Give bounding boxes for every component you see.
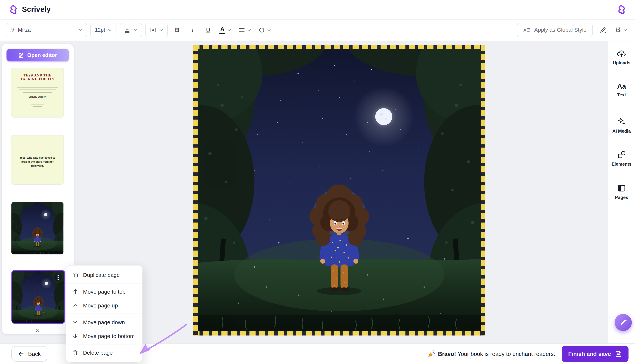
menu-item-delete-page[interactable]: Delete page (66, 346, 142, 360)
status-bold: Bravo! (438, 350, 456, 357)
shape-style-button[interactable] (257, 23, 273, 37)
text-color-button[interactable]: A (218, 23, 233, 37)
open-editor-label: Open editor (27, 52, 57, 58)
menu-item-move-page-to-top[interactable]: Move page to top (66, 284, 142, 298)
chevron-up-icon (72, 302, 79, 308)
underline-button[interactable]: U (202, 23, 214, 37)
menu-item-move-page-up[interactable]: Move page up (66, 298, 142, 312)
font-family-select[interactable]: ℱ Mirza (6, 23, 87, 37)
page-context-menu: Duplicate page Move page to top Move pag… (66, 265, 143, 362)
tools-sidebar: Uploads Aa Text AI Media Elements Pages (608, 41, 635, 344)
bold-button[interactable]: B (171, 23, 183, 37)
apply-global-style-button[interactable]: A Apply as Global Style (517, 23, 593, 37)
magic-pen-icon (619, 318, 627, 326)
page-thumbnail-3-selected[interactable] (12, 270, 65, 324)
status-text: Your book is ready to enchant readers. (457, 350, 555, 357)
magic-edit-button[interactable] (615, 314, 632, 331)
brand: Scrively (8, 4, 51, 15)
tool-uploads[interactable]: Uploads (608, 50, 635, 65)
page-illustration (198, 49, 481, 331)
page-2-image (12, 202, 64, 254)
chevron-down-icon (108, 28, 112, 32)
trash-icon (72, 349, 79, 356)
formatting-toolbar: ℱ Mirza 12pt A A B I U (0, 19, 635, 41)
menu-item-move-page-to-bottom[interactable]: Move page to bottom (66, 329, 142, 343)
line-height-select[interactable]: A (120, 23, 142, 37)
text-icon: Aa (617, 83, 626, 90)
arrow-up-icon (72, 288, 79, 295)
pages-sidebar: Open editor TESS AND THE TALKING FIREFLY… (2, 44, 74, 334)
page-thumbnail-2[interactable] (12, 202, 64, 254)
book-title-text: TESS AND THE TALKING FIREFLY (12, 74, 64, 81)
letter-spacing-icon: A (150, 27, 156, 33)
checker-border-bottom (193, 331, 485, 336)
arrow-left-icon (18, 350, 24, 357)
chevron-down-icon (72, 319, 79, 325)
page-thumbnail-1[interactable]: Tess, who was five, loved to look at the… (12, 136, 64, 184)
tool-text[interactable]: Aa Text (608, 83, 635, 97)
settings-button[interactable]: ⚙ (613, 23, 629, 37)
ink-brush-button[interactable] (597, 23, 609, 37)
text-align-button[interactable] (236, 23, 253, 37)
gear-icon: ⚙ (615, 26, 621, 34)
back-button[interactable]: Back (12, 346, 47, 362)
tool-pages[interactable]: Pages (608, 184, 635, 200)
chevron-down-icon (247, 28, 251, 32)
kebab-menu-icon (57, 274, 59, 280)
pages-icon (617, 184, 626, 192)
checker-border-top (193, 45, 485, 49)
menu-item-duplicate-page[interactable]: Duplicate page (66, 268, 142, 282)
global-style-icon: A (523, 27, 531, 33)
menu-divider (66, 283, 142, 284)
scrively-mark-icon (616, 4, 627, 15)
chevron-down-icon (79, 28, 83, 32)
text-color-icon: A (220, 26, 225, 34)
italic-button[interactable]: I (187, 23, 199, 37)
support-text: Scrively Support (12, 96, 64, 98)
chevron-down-icon (267, 28, 271, 32)
title-footer-lines (16, 105, 59, 107)
title-paragraph-lines (16, 86, 59, 93)
apply-global-style-label: Apply as Global Style (534, 27, 586, 33)
page-caption: 3 (12, 328, 64, 334)
menu-divider (66, 314, 142, 314)
svg-text:A: A (524, 28, 527, 32)
circle-icon (259, 27, 265, 33)
font-style-icon: ℱ (10, 26, 15, 34)
scrively-logo-icon (8, 4, 19, 15)
party-popper-emoji (428, 350, 435, 358)
save-icon (615, 350, 622, 357)
tool-elements[interactable]: Elements (608, 150, 635, 166)
page-options-button[interactable] (54, 273, 62, 281)
chevron-down-icon (623, 28, 627, 32)
letter-lines-icon: A (124, 27, 131, 33)
page-1-text: Tess, who was five, loved to look at the… (12, 136, 64, 168)
menu-divider (66, 344, 142, 344)
sparkles-icon (617, 117, 626, 126)
status-message: Bravo! Your book is ready to enchant rea… (428, 350, 555, 358)
checker-border-right (481, 45, 485, 336)
font-size-select[interactable]: 12pt (90, 23, 117, 37)
menu-item-move-page-down[interactable]: Move page down (66, 315, 142, 329)
top-bar: Scrively (0, 0, 635, 20)
pencil-square-icon (18, 52, 24, 58)
arrow-down-icon (72, 333, 79, 339)
scrively-editor: Scrively ℱ Mirza 12pt A A (0, 0, 635, 364)
tool-ai-media[interactable]: AI Media (608, 117, 635, 133)
chevron-down-icon (159, 28, 163, 32)
font-family-value: Mirza (18, 27, 31, 33)
cloud-upload-icon (617, 50, 626, 58)
letter-spacing-select[interactable]: A (145, 23, 168, 37)
copy-icon (72, 272, 79, 278)
checker-border-left (193, 45, 198, 336)
open-editor-button[interactable]: Open editor (7, 49, 69, 61)
page-thumbnail-title[interactable]: TESS AND THE TALKING FIREFLY Scrively Su… (12, 68, 64, 117)
chevron-down-icon (227, 28, 231, 32)
book-page-canvas[interactable] (193, 45, 485, 336)
shapes-icon (617, 150, 626, 159)
align-lines-icon (239, 27, 245, 33)
app-name: Scrively (22, 5, 51, 14)
chevron-down-icon (134, 28, 138, 32)
svg-text:A: A (152, 28, 155, 32)
finish-and-save-button[interactable]: Finish and save (562, 346, 628, 362)
